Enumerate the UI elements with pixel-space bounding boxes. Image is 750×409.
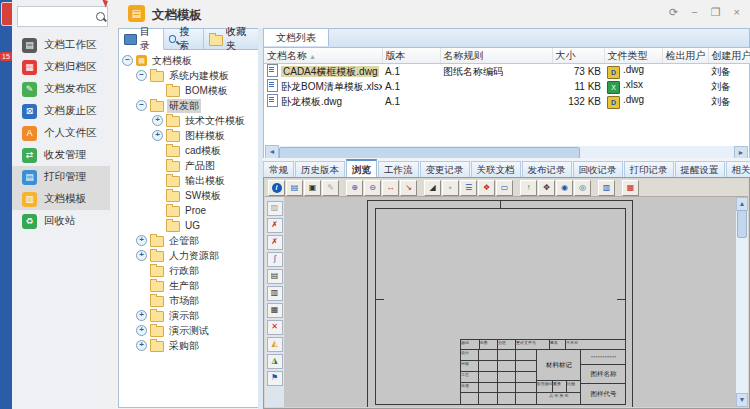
tree-node[interactable]: 技术文件模板 xyxy=(152,113,257,128)
tab-favorites[interactable]: 收藏夹 xyxy=(204,29,259,49)
search-input[interactable] xyxy=(18,7,90,26)
sidebar-item-recycle-bin[interactable]: ♻ 回收站 xyxy=(12,210,110,232)
tab-workflow[interactable]: 工作流 xyxy=(378,161,419,177)
tab-publish-record[interactable]: 发布记录 xyxy=(522,161,572,177)
col-name-rule[interactable]: 名称规则 xyxy=(440,48,552,64)
point-button[interactable]: ▪ xyxy=(442,180,459,196)
hatch3-button[interactable]: ▦ xyxy=(267,303,283,318)
scroll-left-icon[interactable]: ◄ xyxy=(265,145,279,159)
layers-button[interactable]: ☰ xyxy=(460,180,477,196)
tree-node[interactable]: UG xyxy=(152,218,257,233)
tab-browse[interactable]: 浏览 xyxy=(346,159,377,178)
sidebar-item-doc-publish[interactable]: ✎ 文档发布区 xyxy=(12,78,110,100)
tab-general[interactable]: 常规 xyxy=(263,161,294,177)
minimize-icon[interactable]: − xyxy=(691,6,697,19)
expand-icon[interactable] xyxy=(152,130,163,141)
pan-button[interactable]: ✥ xyxy=(538,180,555,196)
col-size[interactable]: 大小 xyxy=(552,48,604,64)
tab-document-list[interactable]: 文档列表 xyxy=(264,29,329,46)
tree-node[interactable]: 图样模板 xyxy=(152,128,257,143)
info-button[interactable]: i xyxy=(268,180,285,196)
sidebar-item-print-manage[interactable]: ▤ 打印管理 xyxy=(12,166,110,188)
zoom-extents-button[interactable]: ◎ xyxy=(574,180,591,196)
table-row[interactable]: 卧龙模板.dwg A.1 132 KB D.dwg 刘备 2020-03-18 xyxy=(264,94,750,109)
scrollbar-thumb[interactable] xyxy=(737,210,747,238)
triangle-button[interactable]: ◭ xyxy=(267,337,283,352)
table-row[interactable]: CADA4横框模板.dwg A.1 图纸名称编码 73 KB D.dwg 刘备 … xyxy=(264,64,750,80)
zoom-out-button[interactable]: ⊖ xyxy=(364,180,381,196)
col-create-user[interactable]: 创建用户 xyxy=(708,48,750,64)
measure-button[interactable]: ◢ xyxy=(424,180,441,196)
hook-button[interactable]: ∫ xyxy=(267,252,283,267)
fit-corner-button[interactable]: ↘ xyxy=(400,180,417,196)
tab-search[interactable]: 搜索 xyxy=(164,29,204,49)
sidebar-item-doc-obsolete[interactable]: ⊠ 文档废止区 xyxy=(12,100,110,122)
tree-node[interactable]: 生产部 xyxy=(136,278,257,293)
tab-reminder-settings[interactable]: 提醒设置 xyxy=(675,161,725,177)
expand-icon[interactable] xyxy=(136,325,147,336)
search-button[interactable] xyxy=(90,7,107,26)
delete-button[interactable]: ✕ xyxy=(267,320,283,335)
flag-button[interactable]: ⚑ xyxy=(267,371,283,386)
print-button[interactable]: ▣ xyxy=(304,180,321,196)
sidebar-item-doc-workspace[interactable]: ▤ 文档工作区 xyxy=(12,34,110,56)
expand-icon[interactable] xyxy=(136,340,147,351)
tab-related-docs[interactable]: 关联文档 xyxy=(471,161,521,177)
tree-node-root[interactable]: ▤文档模板 xyxy=(122,53,257,68)
zoom-in-button[interactable]: ⊕ xyxy=(346,180,363,196)
tree-node-selected[interactable]: 研发部 xyxy=(136,98,257,113)
col-doc-name[interactable]: 文档名称▲ xyxy=(264,48,382,64)
tree-node[interactable]: 行政部 xyxy=(136,263,257,278)
vertical-scrollbar[interactable]: ▲ ▼ xyxy=(736,197,748,407)
col-file-type[interactable]: 文件类型 xyxy=(604,48,662,64)
angle-button[interactable]: ◮ xyxy=(267,354,283,369)
tree-node[interactable]: SW模板 xyxy=(152,188,257,203)
blocks-button[interactable]: ❖ xyxy=(478,180,495,196)
tab-directory[interactable]: 目录 xyxy=(119,29,164,50)
sidebar-item-personal-files[interactable]: A 个人文件区 xyxy=(12,122,110,144)
sidebar-item-doc-template[interactable]: ▥ 文档模板 xyxy=(12,188,110,210)
tree-node[interactable]: 演示测试 xyxy=(136,323,257,338)
panel-button[interactable]: ▥ xyxy=(598,180,615,196)
zoom-window-button[interactable]: ◉ xyxy=(556,180,573,196)
fit-width-button[interactable]: ↔ xyxy=(382,180,399,196)
redline-button[interactable]: ▦ xyxy=(622,180,639,196)
collapse-icon[interactable] xyxy=(136,70,147,81)
scroll-down-icon[interactable]: ▼ xyxy=(736,393,748,407)
tree-node[interactable]: 输出模板 xyxy=(152,173,257,188)
expand-icon[interactable] xyxy=(136,310,147,321)
tab-print-record[interactable]: 打印记录 xyxy=(624,161,674,177)
tree-node[interactable]: 产品图 xyxy=(152,158,257,173)
edit-button[interactable]: ✎ xyxy=(322,180,339,196)
table-row[interactable]: 卧龙BOM清单模板.xlsx A.1 11 KB X.xlsx 刘备 2020-… xyxy=(264,79,750,94)
restore-icon[interactable]: ❐ xyxy=(711,6,721,19)
tree-node[interactable]: Proe xyxy=(152,203,257,218)
col-version[interactable]: 版本 xyxy=(382,48,440,64)
close-icon[interactable]: × xyxy=(734,6,740,19)
drawing-canvas[interactable]: 标记 处数 分区 更改文件号 签名 年月日 设计 审核 工艺 批准 xyxy=(284,197,736,407)
sidebar-item-send-receive[interactable]: ⇄ 收发管理 xyxy=(12,144,110,166)
window-button[interactable]: ▭ xyxy=(496,180,513,196)
hatch2-button[interactable]: ▥ xyxy=(267,286,283,301)
expand-icon[interactable] xyxy=(152,115,163,126)
tab-history-version[interactable]: 历史版本 xyxy=(295,161,345,177)
expand-icon[interactable] xyxy=(136,235,147,246)
tab-recycle-record[interactable]: 回收记录 xyxy=(573,161,623,177)
tab-relevance[interactable]: 相关性 xyxy=(726,161,750,177)
scroll-up-icon[interactable]: ▲ xyxy=(736,197,748,211)
tree-node[interactable]: 系统内建模板 xyxy=(136,68,257,83)
horizontal-scrollbar[interactable]: ◄ ► xyxy=(265,146,748,158)
collapse-icon[interactable] xyxy=(136,100,147,111)
collapse-icon[interactable] xyxy=(122,55,133,66)
redline-x2-button[interactable]: ✗ xyxy=(267,235,283,250)
tree-node[interactable]: 企管部 xyxy=(136,233,257,248)
tree-node[interactable]: 采购部 xyxy=(136,338,257,353)
hatch1-button[interactable]: ▤ xyxy=(267,269,283,284)
redline-x-button[interactable]: ✗ xyxy=(267,218,283,233)
rotate-up-button[interactable]: ↑ xyxy=(520,180,537,196)
expand-icon[interactable] xyxy=(136,250,147,261)
tree-node[interactable]: 市场部 xyxy=(136,293,257,308)
tab-change-record[interactable]: 变更记录 xyxy=(420,161,470,177)
tree-node[interactable]: 演示部 xyxy=(136,308,257,323)
seal-button[interactable]: ▨ xyxy=(267,201,283,216)
